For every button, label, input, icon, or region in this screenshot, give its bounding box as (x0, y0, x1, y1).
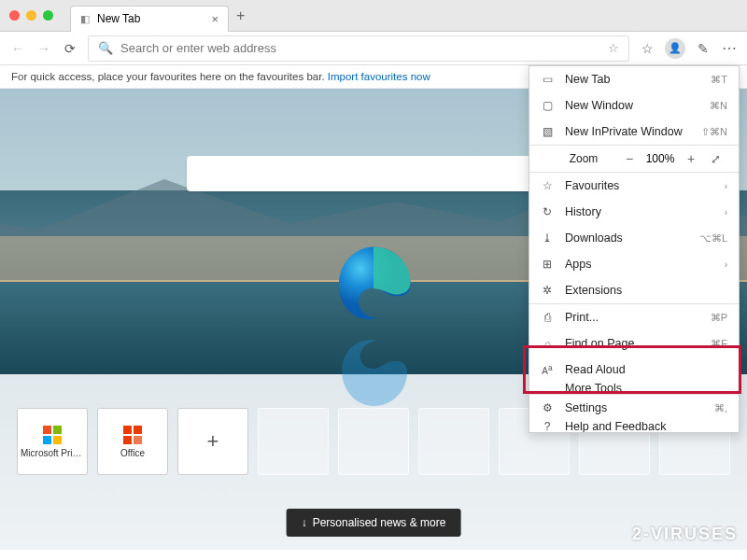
inprivate-icon: ▧ (541, 125, 554, 138)
arrow-down-icon: ↓ (302, 516, 307, 529)
menu-help[interactable]: ?Help and Feedback (529, 421, 739, 432)
tile-microsoft-privacy[interactable]: Microsoft Priv... (17, 408, 88, 475)
zoom-in-button[interactable]: + (679, 151, 703, 166)
fullscreen-button[interactable]: ⤢ (703, 152, 727, 166)
new-window-icon: ▢ (541, 99, 554, 112)
ntp-search-box[interactable] (187, 156, 560, 191)
read-aloud-icon: Aa (541, 363, 554, 376)
maximize-window-button[interactable] (43, 10, 53, 21)
feedback-icon[interactable]: ✎ (695, 41, 712, 56)
extensions-icon: ✲ (541, 284, 554, 297)
toolbar: ← → ⟳ 🔍 ☆ ☆ 👤 ✎ ⋯ (0, 32, 747, 65)
menu-print[interactable]: ⎙Print...⌘P (529, 304, 739, 330)
plus-icon: + (207, 429, 219, 454)
empty-tile[interactable] (338, 408, 409, 475)
personalised-news-button[interactable]: ↓ Personalised news & more (287, 509, 461, 537)
zoom-out-button[interactable]: − (617, 151, 641, 166)
back-button[interactable]: ← (9, 41, 26, 56)
refresh-button[interactable]: ⟳ (62, 41, 78, 56)
edge-logo (332, 243, 415, 325)
print-icon: ⎙ (541, 311, 554, 324)
new-tab-icon: ▭ (541, 73, 554, 86)
menu-apps[interactable]: ⊞Apps› (529, 251, 739, 277)
chevron-right-icon: › (725, 181, 727, 191)
find-icon: ⌕ (541, 337, 554, 350)
traffic-lights (9, 10, 53, 21)
office-icon (123, 426, 142, 444)
watermark-text: 2-VIRUSES (632, 525, 738, 544)
apps-icon: ⊞ (541, 258, 554, 271)
zoom-label: Zoom (541, 152, 617, 165)
close-window-button[interactable] (9, 10, 20, 21)
history-icon: ↻ (541, 205, 554, 218)
menu-extensions[interactable]: ✲Extensions (529, 277, 739, 303)
favorites-hint: For quick access, place your favourites … (11, 71, 325, 82)
address-bar[interactable]: 🔍 ☆ (88, 35, 629, 62)
favorite-star-icon[interactable]: ☆ (608, 41, 619, 55)
menu-history[interactable]: ↻History› (529, 199, 739, 225)
gear-icon: ⚙ (541, 401, 554, 414)
menu-favourites[interactable]: ☆Favourites› (529, 173, 739, 199)
tile-label: Office (120, 448, 145, 458)
edge-logo-reflection (336, 331, 411, 410)
profile-avatar[interactable]: 👤 (665, 38, 685, 59)
microsoft-icon (43, 426, 62, 444)
menu-new-tab[interactable]: ▭New Tab⌘T (529, 66, 739, 92)
close-tab-button[interactable]: × (211, 12, 218, 26)
minimize-window-button[interactable] (26, 10, 36, 21)
more-menu-dropdown: ▭New Tab⌘T ▢New Window⌘N ▧New InPrivate … (529, 65, 740, 433)
menu-zoom-row: Zoom − 100% + ⤢ (529, 146, 739, 172)
menu-more-tools[interactable]: More Tools (529, 383, 739, 394)
window-titlebar: ◧ New Tab × + (0, 0, 747, 32)
download-icon: ⤓ (541, 231, 554, 245)
empty-tile[interactable] (258, 408, 329, 475)
browser-tab[interactable]: ◧ New Tab × (70, 6, 229, 32)
tab-favicon: ◧ (80, 13, 90, 25)
star-icon: ☆ (541, 179, 554, 192)
search-icon: 🔍 (98, 41, 113, 55)
menu-new-window[interactable]: ▢New Window⌘N (529, 92, 739, 119)
tile-office[interactable]: Office (97, 408, 168, 475)
add-tile-button[interactable]: + (177, 408, 248, 475)
menu-new-inprivate[interactable]: ▧New InPrivate Window⇧⌘N (529, 119, 739, 145)
chevron-right-icon: › (725, 207, 727, 217)
favorites-button[interactable]: ☆ (639, 41, 655, 56)
tab-title: New Tab (97, 12, 140, 25)
menu-read-aloud[interactable]: AaRead Aloud (529, 357, 739, 383)
more-menu-button[interactable]: ⋯ (721, 39, 738, 57)
address-input[interactable] (120, 41, 600, 55)
forward-button[interactable]: → (35, 41, 52, 56)
zoom-value: 100% (641, 152, 679, 165)
new-tab-button[interactable]: + (236, 7, 245, 24)
tile-label: Microsoft Priv... (21, 448, 84, 458)
news-button-label: Personalised news & more (313, 516, 446, 529)
menu-settings[interactable]: ⚙Settings⌘, (529, 395, 739, 421)
chevron-right-icon: › (725, 259, 727, 270)
ntp-search-input[interactable] (198, 166, 532, 181)
empty-tile[interactable] (418, 408, 489, 475)
menu-find[interactable]: ⌕Find on Page...⌘F (529, 330, 739, 357)
menu-downloads[interactable]: ⤓Downloads⌥⌘L (529, 225, 739, 251)
import-favorites-link[interactable]: Import favourites now (328, 71, 430, 82)
